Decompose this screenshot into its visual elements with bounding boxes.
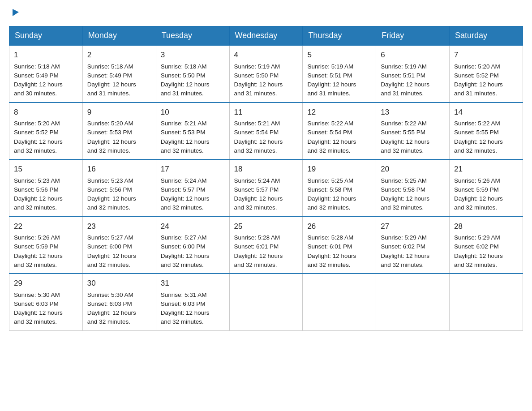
daylight-label: Daylight: 12 hours [307, 253, 356, 259]
day-number: 5 [307, 49, 371, 61]
sunrise-label: Sunrise: 5:22 AM [381, 120, 427, 127]
weekday-header-sunday: Sunday [9, 26, 83, 46]
sunset-label: Sunset: 6:03 PM [14, 300, 59, 307]
calendar-cell: 15Sunrise: 5:23 AMSunset: 5:56 PMDayligh… [9, 159, 83, 217]
calendar-table: SundayMondayTuesdayWednesdayThursdayFrid… [9, 26, 523, 331]
daylight-value: and 32 minutes. [161, 147, 204, 154]
calendar-cell: 10Sunrise: 5:21 AMSunset: 5:53 PMDayligh… [156, 103, 229, 160]
sunrise-label: Sunrise: 5:18 AM [161, 63, 207, 70]
calendar-cell: 19Sunrise: 5:25 AMSunset: 5:58 PMDayligh… [303, 159, 376, 217]
sunset-label: Sunset: 5:54 PM [234, 129, 279, 136]
day-number: 20 [381, 163, 445, 175]
calendar-cell: 18Sunrise: 5:24 AMSunset: 5:57 PMDayligh… [229, 159, 303, 217]
daylight-label: Daylight: 12 hours [161, 309, 210, 316]
daylight-label: Daylight: 12 hours [161, 253, 210, 259]
calendar-cell: 20Sunrise: 5:25 AMSunset: 5:58 PMDayligh… [376, 159, 450, 217]
logo-triangle-icon [10, 7, 20, 17]
sunrise-label: Sunrise: 5:18 AM [14, 63, 60, 70]
daylight-value: and 32 minutes. [234, 147, 277, 154]
daylight-value: and 31 minutes. [454, 90, 497, 97]
calendar-cell [303, 274, 376, 330]
sunrise-label: Sunrise: 5:19 AM [234, 63, 280, 70]
sunrise-label: Sunrise: 5:18 AM [87, 63, 133, 70]
daylight-value: and 31 minutes. [87, 90, 130, 97]
daylight-label: Daylight: 12 hours [454, 253, 503, 259]
calendar-cell [450, 274, 523, 330]
sunset-label: Sunset: 5:55 PM [381, 129, 425, 136]
sunset-label: Sunset: 6:02 PM [381, 243, 425, 250]
daylight-label: Daylight: 12 hours [161, 138, 210, 145]
sunrise-label: Sunrise: 5:20 AM [14, 120, 60, 127]
sunrise-label: Sunrise: 5:23 AM [87, 177, 133, 184]
logo [9, 9, 20, 17]
sunrise-label: Sunrise: 5:21 AM [161, 120, 207, 127]
calendar-cell [376, 274, 450, 330]
daylight-value: and 32 minutes. [161, 204, 204, 211]
page-header [9, 9, 523, 17]
calendar-cell: 16Sunrise: 5:23 AMSunset: 5:56 PMDayligh… [82, 159, 156, 217]
sunset-label: Sunset: 5:56 PM [87, 186, 132, 193]
sunset-label: Sunset: 5:58 PM [307, 186, 352, 193]
week-row-4: 22Sunrise: 5:26 AMSunset: 5:59 PMDayligh… [9, 217, 523, 274]
day-number: 16 [87, 163, 151, 175]
daylight-value: and 32 minutes. [454, 147, 497, 154]
daylight-label: Daylight: 12 hours [14, 195, 63, 202]
day-number: 15 [14, 163, 78, 175]
weekday-header-row: SundayMondayTuesdayWednesdayThursdayFrid… [9, 26, 523, 46]
sunrise-label: Sunrise: 5:27 AM [87, 234, 133, 241]
calendar-cell: 4Sunrise: 5:19 AMSunset: 5:50 PMDaylight… [229, 45, 303, 103]
calendar-cell: 27Sunrise: 5:29 AMSunset: 6:02 PMDayligh… [376, 217, 450, 274]
day-number: 18 [234, 163, 298, 175]
daylight-label: Daylight: 12 hours [307, 195, 356, 202]
calendar-cell: 2Sunrise: 5:18 AMSunset: 5:49 PMDaylight… [82, 45, 156, 103]
day-number: 31 [161, 278, 225, 289]
daylight-value: and 32 minutes. [381, 204, 424, 211]
sunrise-label: Sunrise: 5:29 AM [381, 234, 427, 241]
daylight-label: Daylight: 12 hours [14, 309, 63, 316]
calendar-cell: 5Sunrise: 5:19 AMSunset: 5:51 PMDaylight… [303, 45, 376, 103]
daylight-label: Daylight: 12 hours [307, 81, 356, 88]
daylight-label: Daylight: 12 hours [14, 81, 63, 88]
daylight-label: Daylight: 12 hours [87, 138, 136, 145]
weekday-header-monday: Monday [82, 26, 156, 46]
sunrise-label: Sunrise: 5:24 AM [161, 177, 207, 184]
daylight-value: and 32 minutes. [381, 261, 424, 268]
calendar-cell: 12Sunrise: 5:22 AMSunset: 5:54 PMDayligh… [303, 103, 376, 160]
daylight-value: and 32 minutes. [14, 318, 57, 325]
sunset-label: Sunset: 5:57 PM [234, 186, 279, 193]
calendar-cell: 29Sunrise: 5:30 AMSunset: 6:03 PMDayligh… [9, 274, 83, 330]
daylight-label: Daylight: 12 hours [234, 195, 283, 202]
day-number: 22 [14, 221, 78, 232]
daylight-value: and 32 minutes. [161, 261, 204, 268]
day-number: 24 [161, 221, 225, 232]
sunset-label: Sunset: 6:00 PM [161, 243, 206, 250]
day-number: 30 [87, 278, 151, 289]
day-number: 7 [454, 49, 518, 61]
calendar-cell: 9Sunrise: 5:20 AMSunset: 5:53 PMDaylight… [82, 103, 156, 160]
daylight-value: and 32 minutes. [454, 261, 497, 268]
sunset-label: Sunset: 5:50 PM [234, 72, 279, 79]
sunset-label: Sunset: 5:52 PM [454, 72, 499, 79]
calendar-cell: 28Sunrise: 5:29 AMSunset: 6:02 PMDayligh… [450, 217, 523, 274]
sunset-label: Sunset: 5:49 PM [87, 72, 132, 79]
calendar-cell: 8Sunrise: 5:20 AMSunset: 5:52 PMDaylight… [9, 103, 83, 160]
daylight-label: Daylight: 12 hours [161, 195, 210, 202]
week-row-2: 8Sunrise: 5:20 AMSunset: 5:52 PMDaylight… [9, 103, 523, 160]
sunrise-label: Sunrise: 5:22 AM [454, 120, 500, 127]
sunset-label: Sunset: 6:01 PM [307, 243, 352, 250]
daylight-label: Daylight: 12 hours [307, 138, 356, 145]
daylight-value: and 32 minutes. [307, 204, 350, 211]
sunrise-label: Sunrise: 5:20 AM [454, 63, 500, 70]
calendar-cell: 14Sunrise: 5:22 AMSunset: 5:55 PMDayligh… [450, 103, 523, 160]
week-row-3: 15Sunrise: 5:23 AMSunset: 5:56 PMDayligh… [9, 159, 523, 217]
calendar-cell: 25Sunrise: 5:28 AMSunset: 6:01 PMDayligh… [229, 217, 303, 274]
sunset-label: Sunset: 5:56 PM [14, 186, 59, 193]
calendar-cell: 1Sunrise: 5:18 AMSunset: 5:49 PMDaylight… [9, 45, 83, 103]
sunset-label: Sunset: 5:58 PM [381, 186, 425, 193]
daylight-label: Daylight: 12 hours [454, 138, 503, 145]
sunrise-label: Sunrise: 5:27 AM [161, 234, 207, 241]
day-number: 13 [381, 107, 445, 118]
weekday-header-wednesday: Wednesday [229, 26, 303, 46]
day-number: 6 [381, 49, 445, 61]
daylight-value: and 32 minutes. [87, 204, 130, 211]
